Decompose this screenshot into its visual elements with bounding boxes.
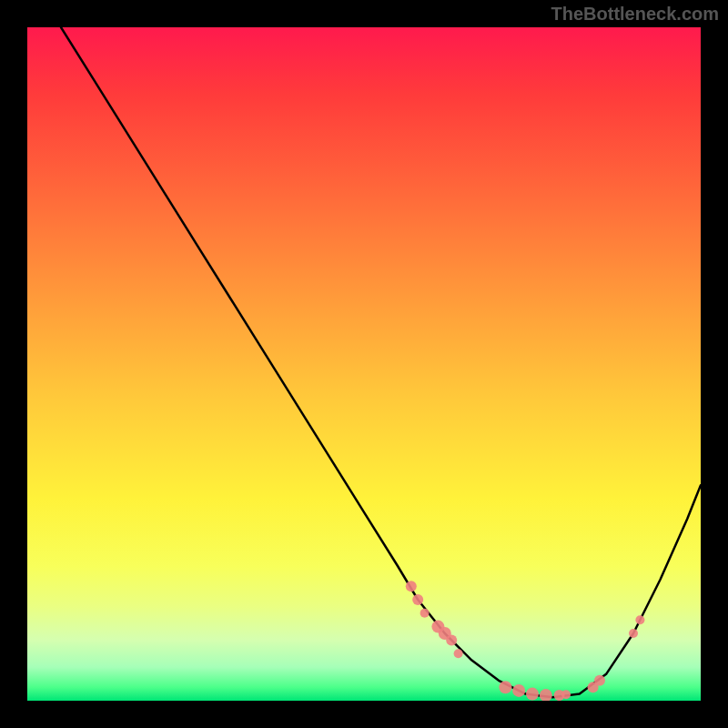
curve-line [61, 27, 701, 697]
svg-point-7 [499, 681, 511, 693]
svg-point-2 [420, 609, 430, 618]
svg-point-14 [594, 675, 605, 686]
svg-point-15 [629, 629, 638, 638]
chart-container: TheBottleneck.com [0, 0, 728, 728]
watermark-text: TheBottleneck.com [551, 4, 719, 25]
svg-point-6 [454, 649, 463, 658]
curve-svg [27, 27, 701, 701]
plot-area [27, 27, 701, 701]
svg-point-9 [526, 688, 539, 701]
curve-markers [406, 581, 645, 701]
svg-point-12 [561, 690, 571, 699]
svg-point-5 [446, 634, 457, 645]
svg-point-8 [512, 684, 525, 697]
svg-point-16 [635, 615, 644, 624]
svg-point-0 [406, 581, 417, 592]
svg-point-1 [412, 594, 423, 605]
svg-point-10 [540, 689, 552, 701]
